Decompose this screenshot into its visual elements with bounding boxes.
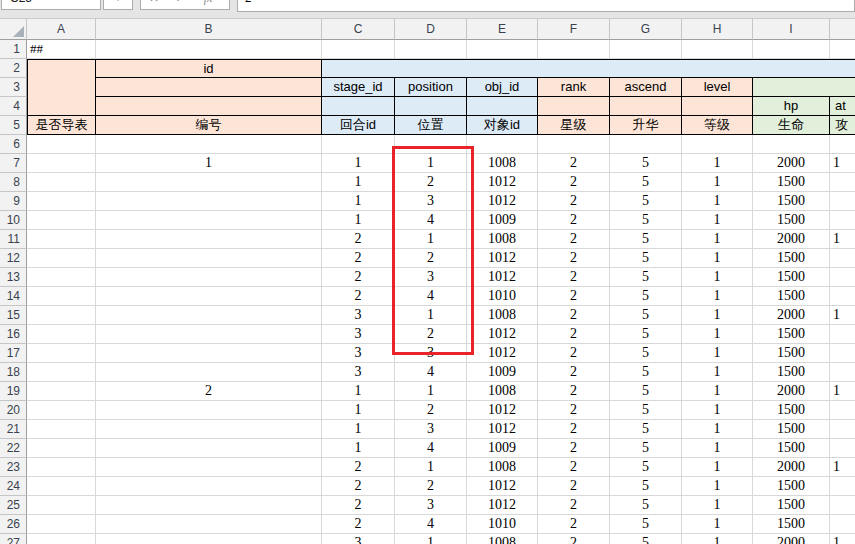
name-box[interactable]: C25: [1, 0, 101, 10]
cell-F26[interactable]: 2: [538, 515, 610, 534]
cell-B19[interactable]: 2: [96, 382, 322, 401]
cell-E22[interactable]: 1009: [467, 439, 538, 458]
cell-B8[interactable]: [96, 173, 322, 192]
cell-I13[interactable]: 1500: [753, 268, 830, 287]
cell-C10[interactable]: 1: [322, 211, 395, 230]
cell-B27[interactable]: [96, 534, 322, 544]
row-header-5[interactable]: 5: [0, 116, 27, 135]
cell-G18[interactable]: 5: [610, 363, 682, 382]
row-header-1[interactable]: 1: [0, 40, 27, 59]
cell-A16[interactable]: [27, 325, 96, 344]
cell-I15[interactable]: 2000: [753, 306, 830, 325]
cell-I8[interactable]: 1500: [753, 173, 830, 192]
row-header-17[interactable]: 17: [0, 344, 27, 363]
formula-input[interactable]: 2: [237, 0, 855, 12]
cell-D18[interactable]: 4: [395, 363, 467, 382]
cell-D7[interactable]: 1: [395, 154, 467, 173]
cell-G10[interactable]: 5: [610, 211, 682, 230]
cell-A9[interactable]: [27, 192, 96, 211]
cell-I10[interactable]: 1500: [753, 211, 830, 230]
row-header-12[interactable]: 12: [0, 249, 27, 268]
cancel-icon[interactable]: ✕: [141, 0, 167, 11]
cell-C9[interactable]: 1: [322, 192, 395, 211]
cell-C4[interactable]: [322, 97, 395, 116]
cell-F13[interactable]: 2: [538, 268, 610, 287]
cell-G7[interactable]: 5: [610, 154, 682, 173]
row-header-6[interactable]: 6: [0, 135, 27, 154]
name-box-dropdown-icon[interactable]: ▼: [103, 0, 133, 10]
cell-B17[interactable]: [96, 344, 322, 363]
col-header-G[interactable]: G: [610, 19, 682, 40]
cell-I14[interactable]: 1500: [753, 287, 830, 306]
cell-C25[interactable]: 2: [322, 496, 395, 515]
cell-D5[interactable]: 位置: [395, 116, 467, 135]
cell-B11[interactable]: [96, 230, 322, 249]
cell-H25[interactable]: 1: [682, 496, 753, 515]
cell-I4[interactable]: hp: [753, 97, 830, 116]
cell-I25[interactable]: 1500: [753, 496, 830, 515]
cell-J26[interactable]: [830, 515, 855, 534]
row-header-7[interactable]: 7: [0, 154, 27, 173]
cell-B10[interactable]: [96, 211, 322, 230]
cell-E13[interactable]: 1012: [467, 268, 538, 287]
cell-I18[interactable]: 1500: [753, 363, 830, 382]
cell-G1[interactable]: [610, 40, 682, 59]
cell-B5[interactable]: 编号: [96, 116, 322, 135]
cell-A19[interactable]: [27, 382, 96, 401]
cell-D19[interactable]: 1: [395, 382, 467, 401]
cell-B4[interactable]: [96, 97, 322, 116]
cell-H23[interactable]: 1: [682, 458, 753, 477]
cell-G22[interactable]: 5: [610, 439, 682, 458]
cell-D24[interactable]: 2: [395, 477, 467, 496]
cell-I17[interactable]: 1500: [753, 344, 830, 363]
cell-B9[interactable]: [96, 192, 322, 211]
cell-I1[interactable]: [753, 40, 830, 59]
cell-G6[interactable]: [610, 135, 682, 154]
cell-E9[interactable]: 1012: [467, 192, 538, 211]
cell-G19[interactable]: 5: [610, 382, 682, 401]
cell-B16[interactable]: [96, 325, 322, 344]
cell-I27[interactable]: 2000: [753, 534, 830, 544]
cell-B18[interactable]: [96, 363, 322, 382]
cell-J14[interactable]: [830, 287, 855, 306]
col-header-J-partial[interactable]: [830, 19, 855, 40]
cell-F4[interactable]: [538, 97, 610, 116]
cell-A20[interactable]: [27, 401, 96, 420]
cell-B7[interactable]: 1: [96, 154, 322, 173]
cell-G8[interactable]: 5: [610, 173, 682, 192]
cell-H8[interactable]: 1: [682, 173, 753, 192]
row-header-24[interactable]: 24: [0, 477, 27, 496]
cell-C19[interactable]: 1: [322, 382, 395, 401]
cell-F22[interactable]: 2: [538, 439, 610, 458]
cell-J11[interactable]: 1: [830, 230, 855, 249]
cell-I20[interactable]: 1500: [753, 401, 830, 420]
cell-H26[interactable]: 1: [682, 515, 753, 534]
cell-G25[interactable]: 5: [610, 496, 682, 515]
row-header-4[interactable]: 4: [0, 97, 27, 116]
cell-I16[interactable]: 1500: [753, 325, 830, 344]
cell-D21[interactable]: 3: [395, 420, 467, 439]
cell-A5[interactable]: 是否导表: [27, 116, 96, 135]
cell-D12[interactable]: 2: [395, 249, 467, 268]
cell-J18[interactable]: [830, 363, 855, 382]
cell-H11[interactable]: 1: [682, 230, 753, 249]
cell-J23[interactable]: 1: [830, 458, 855, 477]
cell-F6[interactable]: [538, 135, 610, 154]
cell-I11[interactable]: 2000: [753, 230, 830, 249]
cell-G4[interactable]: [610, 97, 682, 116]
cell-D22[interactable]: 4: [395, 439, 467, 458]
cell-G5[interactable]: 升华: [610, 116, 682, 135]
cell-J8[interactable]: [830, 173, 855, 192]
cell-I19[interactable]: 2000: [753, 382, 830, 401]
cell-F27[interactable]: 2: [538, 534, 610, 544]
row-header-14[interactable]: 14: [0, 287, 27, 306]
cell-E20[interactable]: 1012: [467, 401, 538, 420]
cell-J10[interactable]: [830, 211, 855, 230]
cell-D14[interactable]: 4: [395, 287, 467, 306]
cell-J22[interactable]: [830, 439, 855, 458]
confirm-icon[interactable]: ✓: [167, 0, 193, 11]
cell-E5[interactable]: 对象id: [467, 116, 538, 135]
cell-E21[interactable]: 1012: [467, 420, 538, 439]
cell-I3-band[interactable]: [753, 78, 855, 97]
cell-I5[interactable]: 生命: [753, 116, 830, 135]
